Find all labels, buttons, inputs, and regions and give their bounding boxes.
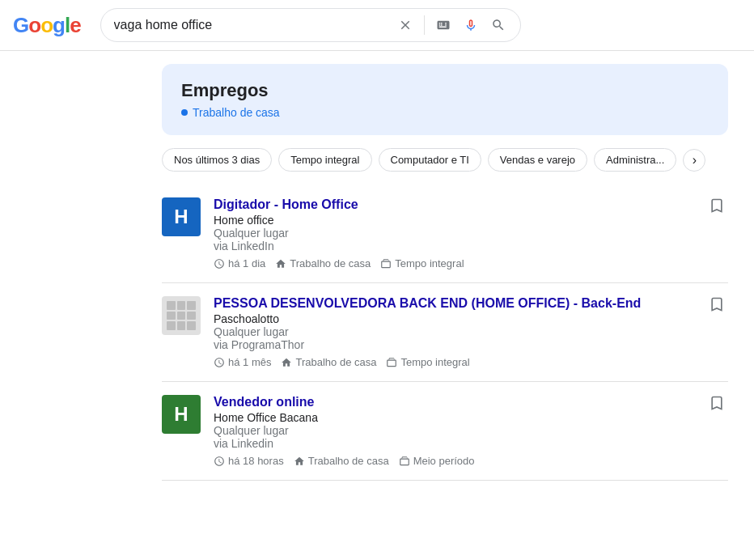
job-contract-text-3: Meio período — [413, 455, 475, 467]
header: Google vaga home office — [0, 0, 754, 51]
job-meta-2: há 1 mês Trabalho de casa Tempo integral — [214, 356, 728, 368]
job-item: H Digitador - Home Office Home office Qu… — [162, 185, 728, 283]
job-time-text-3: há 18 horas — [228, 455, 284, 467]
grid-cell — [177, 301, 186, 310]
jobs-title: Empregos — [181, 80, 709, 101]
job-logo-3: H — [162, 395, 201, 434]
jobs-card: Empregos Trabalho de casa — [162, 64, 728, 135]
job-title-2[interactable]: PESSOA DESENVOLVEDORA BACK END (HOME OFF… — [214, 296, 728, 311]
keyboard-icon — [436, 18, 451, 32]
search-bar: vaga home office — [100, 8, 521, 42]
bookmark-icon-3 — [709, 395, 725, 411]
grid-cell — [177, 321, 186, 330]
job-worktype-text-3: Trabalho de casa — [308, 455, 389, 467]
jobs-subtitle-text: Trabalho de casa — [193, 106, 280, 119]
clock-icon-2 — [214, 357, 225, 368]
grid-cell — [177, 312, 186, 320]
job-item-3: H Vendedor online Home Office Bacana Qua… — [162, 382, 728, 481]
grid-cell — [187, 301, 196, 310]
clock-icon — [214, 258, 225, 269]
job-contract-text-1: Tempo integral — [395, 257, 464, 269]
job-contract-1: Tempo integral — [380, 257, 464, 269]
job-time-text-1: há 1 dia — [228, 257, 265, 269]
job-meta-3: há 18 horas Trabalho de casa Meio períod… — [214, 455, 728, 467]
job-info-2: PESSOA DESENVOLVEDORA BACK END (HOME OFF… — [214, 296, 728, 368]
job-source-3: via Linkedin — [214, 437, 728, 450]
job-list: H Digitador - Home Office Home office Qu… — [162, 185, 728, 481]
job-source-1: via LinkedIn — [214, 240, 728, 252]
job-logo-1: H — [162, 197, 201, 236]
grid-cell — [167, 301, 176, 310]
grid-cell — [187, 321, 196, 330]
clock-icon-3 — [214, 456, 225, 467]
bookmark-button-1[interactable] — [709, 197, 725, 216]
main-content: Empregos Trabalho de casa Nos últimos 3 … — [0, 51, 754, 494]
job-contract-2: Tempo integral — [386, 356, 469, 368]
briefcase-icon-2 — [386, 357, 397, 368]
job-meta-1: há 1 dia Trabalho de casa Tempo integral — [214, 257, 728, 269]
job-location-3: Qualquer lugar — [214, 424, 728, 437]
job-company-3: Home Office Bacana — [214, 411, 728, 424]
keyboard-button[interactable] — [434, 16, 452, 34]
job-worktype-text-1: Trabalho de casa — [290, 257, 371, 269]
bookmark-button-2[interactable] — [709, 296, 725, 315]
home-icon-2 — [281, 357, 292, 368]
grid-cell — [167, 312, 176, 320]
divider — [424, 15, 425, 35]
filter-chip-it[interactable]: Computador e TI — [379, 148, 481, 172]
job-worktype-1: Trabalho de casa — [275, 257, 371, 269]
grid-logo — [162, 296, 201, 335]
job-item-2: PESSOA DESENVOLVEDORA BACK END (HOME OFF… — [162, 283, 728, 382]
google-logo[interactable]: Google — [13, 13, 81, 38]
job-worktype-2: Trabalho de casa — [281, 356, 376, 368]
job-title-3[interactable]: Vendedor online — [214, 395, 728, 409]
bookmark-icon-1 — [709, 197, 725, 214]
job-contract-text-2: Tempo integral — [400, 356, 469, 368]
filter-chip-admin[interactable]: Administra... — [594, 148, 676, 172]
clear-search-button[interactable] — [396, 16, 414, 34]
jobs-subtitle: Trabalho de casa — [181, 106, 709, 119]
filter-chip-fulltime[interactable]: Tempo integral — [278, 148, 371, 172]
briefcase-icon-3 — [399, 456, 410, 467]
briefcase-icon — [380, 258, 392, 269]
microphone-icon — [464, 18, 478, 32]
job-contract-3: Meio período — [399, 455, 475, 467]
filters-next-button[interactable]: › — [683, 149, 705, 172]
bookmark-button-3[interactable] — [709, 395, 725, 414]
job-info-1: Digitador - Home Office Home office Qual… — [214, 197, 728, 269]
job-location-1: Qualquer lugar — [214, 227, 728, 240]
job-title-1[interactable]: Digitador - Home Office — [214, 197, 728, 212]
job-time-3: há 18 horas — [214, 455, 284, 467]
home-icon-3 — [294, 456, 305, 467]
job-location-2: Qualquer lugar — [214, 325, 728, 338]
job-time-text-2: há 1 mês — [228, 356, 271, 368]
search-icons — [396, 15, 507, 35]
filters-row: Nos últimos 3 dias Tempo integral Comput… — [162, 148, 728, 172]
job-time-2: há 1 mês — [214, 356, 271, 368]
filter-chip-recent[interactable]: Nos últimos 3 dias — [162, 148, 272, 172]
search-button[interactable] — [489, 16, 507, 34]
job-logo-2 — [162, 296, 201, 335]
search-icon — [491, 18, 506, 32]
grid-cell — [167, 321, 176, 330]
job-company-1: Home office — [214, 214, 728, 227]
job-source-2: via ProgramaThor — [214, 338, 728, 351]
job-company-2: Paschoalotto — [214, 312, 728, 325]
voice-search-button[interactable] — [462, 16, 480, 34]
grid-cell — [187, 312, 196, 320]
blue-dot-icon — [181, 109, 188, 116]
close-icon — [398, 18, 413, 32]
job-worktype-3: Trabalho de casa — [294, 455, 389, 467]
job-info-3: Vendedor online Home Office Bacana Qualq… — [214, 395, 728, 467]
search-input[interactable]: vaga home office — [114, 18, 390, 32]
filter-chip-sales[interactable]: Vendas e varejo — [488, 148, 587, 172]
bookmark-icon-2 — [709, 296, 725, 312]
job-time-1: há 1 dia — [214, 257, 265, 269]
job-worktype-text-2: Trabalho de casa — [295, 356, 376, 368]
home-icon — [275, 258, 286, 269]
